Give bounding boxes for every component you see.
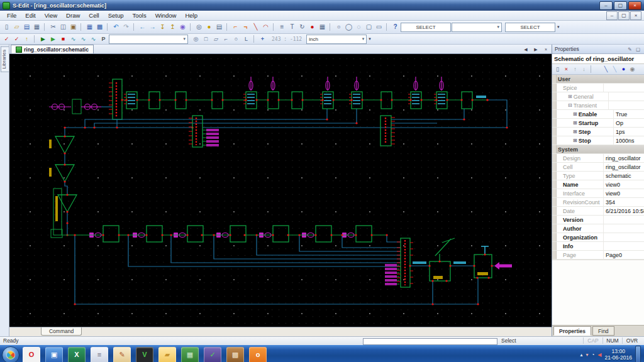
toolbar-icon[interactable]	[386, 23, 388, 31]
voltage-probe-symbols[interactable]	[249, 77, 443, 90]
arc-tool-icon[interactable]: ◠	[261, 23, 270, 31]
taskbar-photo-viewer-icon[interactable]: ▣	[45, 347, 63, 362]
menu-tools[interactable]: Tools	[128, 11, 150, 20]
property-row[interactable]: Date 6/21/2016 10:58:07 A	[552, 207, 644, 216]
bus-connector-right[interactable]	[380, 116, 395, 146]
toolbar-icon[interactable]	[80, 23, 82, 31]
tray-show-hidden-icon[interactable]: ▴	[580, 353, 582, 358]
property-row[interactable]: Design ring_oscillator	[552, 154, 644, 163]
tab-find[interactable]: Find	[592, 326, 614, 336]
properties-toolbar-icon[interactable]	[591, 65, 599, 73]
schematic-canvas[interactable]	[9, 54, 552, 327]
save-icon[interactable]: ▤	[22, 23, 31, 31]
print-trace-icon[interactable]: P	[99, 35, 108, 43]
toolbar-icon[interactable]	[273, 23, 275, 31]
close-button[interactable]: ×	[628, 1, 641, 10]
tab-properties[interactable]: Properties	[553, 326, 591, 336]
property-value[interactable]: 1000ns	[614, 138, 644, 144]
toolbar-overflow-icon[interactable]: ▾	[367, 36, 372, 41]
libraries-tab[interactable]: Libraries	[1, 47, 9, 72]
tray-volume-icon[interactable]: ◀	[597, 353, 601, 358]
taskbar-sedit-icon[interactable]: ✓	[204, 347, 221, 362]
taskbar-notepad-icon[interactable]: ≡	[91, 347, 108, 362]
filter-combo-middle[interactable]: ▾	[452, 23, 502, 32]
property-row[interactable]: Organization	[552, 233, 644, 242]
open-icon[interactable]: ▱	[12, 23, 21, 31]
ellipse-tool-icon[interactable]: ◯	[344, 23, 353, 31]
menu-view[interactable]: View	[40, 11, 62, 20]
stop-simulation-icon[interactable]: ■	[58, 35, 68, 43]
path-draw-icon[interactable]: ⌐	[221, 35, 231, 43]
select-mode-icon[interactable]: ◎	[191, 35, 201, 43]
property-value[interactable]: ring_oscillator	[604, 164, 644, 170]
property-value[interactable]: 6/21/2016 10:58:07 A	[604, 208, 644, 214]
taskbar-paint-icon[interactable]: ✎	[113, 347, 131, 362]
circle-draw-icon[interactable]: ○	[231, 35, 241, 43]
toolbar-icon[interactable]	[190, 23, 192, 31]
inverter-chain-bottom[interactable]	[51, 226, 387, 242]
new-icon[interactable]: ▯	[2, 23, 11, 31]
taskbar-clock[interactable]: 13:00 21-06-2016	[605, 349, 632, 361]
output-stage-devices[interactable]	[410, 238, 512, 281]
waveform-icon[interactable]: ∿	[79, 35, 88, 43]
tab-scroll-left-button[interactable]: ◀	[521, 45, 530, 53]
toolbar-overflow-icon[interactable]: ▾	[556, 25, 561, 30]
select-filter-right[interactable]: SELECT	[505, 23, 555, 32]
wire-tool-icon[interactable]: ⌐	[231, 23, 240, 31]
panel-close-icon[interactable]: ▢	[635, 46, 641, 53]
check-cell-icon[interactable]: ✓	[12, 35, 21, 43]
symbol-browser-icon[interactable]: ▩	[95, 23, 104, 31]
show-desktop-button[interactable]	[635, 346, 641, 362]
mdi-minimize-button[interactable]: –	[606, 11, 618, 20]
property-row[interactable]: Name view0	[552, 180, 644, 189]
start-button[interactable]	[2, 346, 19, 362]
property-row[interactable]: Interface view0	[552, 189, 644, 198]
cut-icon[interactable]: ✂	[48, 23, 58, 31]
property-row[interactable]: ⊟Transient	[552, 101, 644, 110]
property-row[interactable]: ⊞Step 1ps	[552, 128, 644, 136]
print-icon[interactable]: ▦	[32, 23, 42, 31]
property-row[interactable]: Spice	[552, 84, 644, 92]
line-tool-icon[interactable]: ╲	[251, 23, 260, 31]
label-draw-icon[interactable]: L	[242, 35, 251, 43]
menu-help[interactable]: Help	[180, 11, 202, 20]
redo-icon[interactable]: ↷	[121, 23, 131, 31]
property-row[interactable]: RevisionCount 354	[552, 198, 644, 207]
property-value[interactable]: True	[614, 111, 644, 118]
toolbar-icon[interactable]	[253, 35, 255, 43]
pop-out-icon[interactable]: ↥	[168, 23, 177, 31]
tab-close-button[interactable]: ×	[541, 45, 550, 53]
bus-tool-icon[interactable]: ¬	[241, 23, 250, 31]
menu-file[interactable]: File	[3, 11, 21, 20]
property-value[interactable]: Page0	[604, 252, 644, 258]
grid-icon[interactable]: ▦	[318, 23, 327, 31]
run-simulation-icon[interactable]: ▶	[38, 35, 48, 43]
zoom-icon[interactable]: ◎	[194, 23, 204, 31]
panel-pin-icon[interactable]: ✎	[626, 46, 633, 53]
mdi-restore-button[interactable]: ▢	[618, 11, 630, 20]
instance-icon[interactable]: ▦	[85, 23, 94, 31]
inverter-chain-top[interactable]	[122, 92, 487, 109]
show-all-icon[interactable]: ◉	[628, 65, 636, 73]
move-icon[interactable]: +	[258, 35, 267, 43]
simulation-combo[interactable]: ▾	[109, 35, 188, 44]
voltage-source-symbols[interactable]	[49, 99, 112, 114]
units-combo[interactable]: inch▾	[306, 35, 367, 44]
property-row[interactable]: ⊞Startup Op	[552, 119, 644, 128]
property-row[interactable]: Page Page0	[552, 251, 644, 260]
menu-edit[interactable]: Edit	[21, 11, 40, 20]
property-row[interactable]: System	[552, 145, 644, 154]
oval-tool-icon[interactable]: ◌	[354, 23, 364, 31]
property-value[interactable]: view0	[604, 190, 644, 197]
toolbar-icon[interactable]	[226, 23, 228, 31]
property-row[interactable]: Version	[552, 216, 644, 224]
undo-icon[interactable]: ↶	[111, 23, 121, 31]
taskbar-excel-icon[interactable]: X	[68, 347, 86, 362]
promote-property-icon[interactable]: ↑	[571, 65, 579, 73]
rect-tool-icon[interactable]: ▭	[374, 23, 384, 31]
taskbar-folder-icon[interactable]: ▰	[158, 347, 176, 362]
rect-draw-icon[interactable]: □	[201, 35, 211, 43]
rounded-rect-tool-icon[interactable]: ▢	[364, 23, 374, 31]
forward-icon[interactable]: →	[148, 23, 157, 31]
paste-icon[interactable]: ▣	[69, 23, 78, 31]
